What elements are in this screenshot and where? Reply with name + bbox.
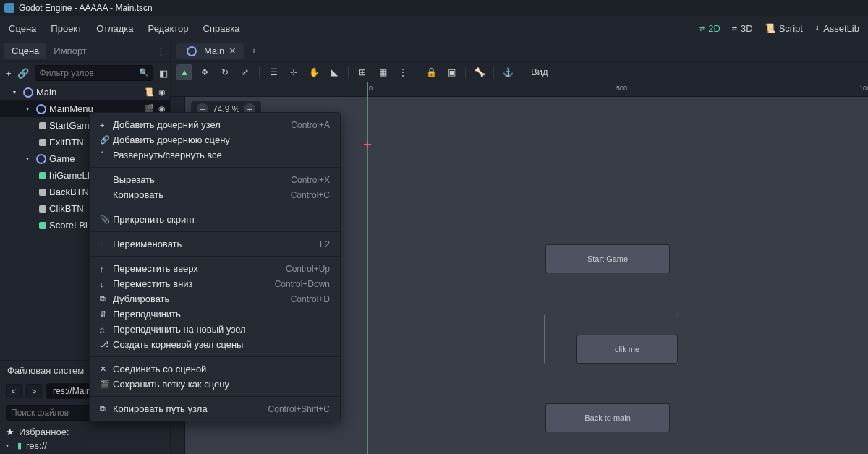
menu-help[interactable]: Справка [203, 23, 240, 34]
ctx-item[interactable]: ⎌Переподчинить на новый узел [90, 322, 340, 337]
mode-2d-button[interactable]: ⇄2D [699, 23, 720, 34]
fs-root[interactable]: ▾▮res:// [6, 439, 164, 453]
bone-icon[interactable]: 🦴 [472, 64, 488, 80]
link-icon[interactable]: 🔗 [17, 68, 29, 79]
node2d-icon [23, 87, 33, 98]
titlebar: Godot Engine - AAAAA - Main.tscn [0, 0, 868, 16]
folder-icon: ▮ [17, 441, 22, 450]
mode-script-button[interactable]: 📜Script [765, 23, 803, 34]
menu-project[interactable]: Проект [51, 23, 82, 34]
filter-nodes-input[interactable] [35, 65, 153, 81]
editor-tabs: Main ✕ + [171, 40, 868, 62]
ctx-item[interactable]: ⇵Переподчинить [90, 307, 340, 322]
label-icon [39, 222, 46, 229]
tool-icon[interactable]: ◧ [159, 68, 168, 79]
tab-scene[interactable]: Сцена [4, 43, 46, 59]
rotate-tool-icon[interactable]: ↻ [217, 64, 233, 80]
close-icon[interactable]: ✕ [229, 46, 237, 56]
fs-fwd-button[interactable]: > [26, 384, 42, 398]
canvas-clik-outer[interactable]: clik me [544, 314, 678, 364]
tree-row-main[interactable]: ▾ Main 📜◉ [0, 84, 170, 100]
mode-3d-button[interactable]: ⇄3D [732, 23, 753, 34]
more-icon[interactable]: ⋮ [395, 64, 411, 80]
node2d-icon [36, 104, 46, 114]
ctx-item[interactable]: 🔗Добавить дочернюю сцену [90, 132, 340, 147]
menu-scene[interactable]: Сцена [9, 23, 36, 34]
ctx-item[interactable]: ⧉Копировать путь узлаControl+Shift+C [90, 401, 340, 416]
canvas-startgame-button[interactable]: Start Game [545, 244, 670, 273]
button-icon [39, 139, 46, 146]
scale-tool-icon[interactable]: ⤢ [237, 64, 253, 80]
godot-logo-icon [4, 3, 14, 13]
label-icon [39, 172, 46, 179]
canvas-backtomain-button[interactable]: Back to main [545, 403, 670, 432]
window-title: Godot Engine - AAAAA - Main.tscn [19, 3, 153, 13]
select-tool-icon[interactable]: ▲ [176, 64, 192, 80]
ruler-tool-icon[interactable]: ⊹ [286, 64, 302, 80]
menubar: Сцена Проект Отладка Редактор Справка ⇄2… [0, 16, 868, 40]
button-icon [39, 189, 46, 196]
fs-favorites[interactable]: ★Избранное: [6, 425, 164, 439]
menu-editor[interactable]: Редактор [148, 23, 189, 34]
button-icon [39, 122, 46, 129]
menu-debug[interactable]: Отладка [96, 23, 133, 34]
ctx-item[interactable]: IПереименоватьF2 [90, 236, 340, 252]
search-icon: 🔍 [139, 68, 149, 77]
anchor-icon[interactable]: ⚓ [500, 64, 516, 80]
origin-gizmo[interactable] [364, 141, 371, 148]
ctx-item[interactable]: 🎬Сохранить ветку как сцену [90, 377, 340, 392]
ctx-item[interactable]: КопироватьControl+C [90, 187, 340, 202]
context-menu: +Добавить дочерний узелControl+A🔗Добавит… [89, 112, 341, 421]
mode-assetlib-button[interactable]: ⬇AssetLib [814, 23, 859, 34]
tab-main-scene[interactable]: Main ✕ [176, 43, 244, 59]
ctx-item[interactable]: ⧉ДублироватьControl+D [90, 291, 340, 307]
ctx-item[interactable]: +Добавить дочерний узелControl+A [90, 117, 340, 132]
ctx-item[interactable]: ✕Соединить со сценой [90, 361, 340, 377]
star-icon: ★ [6, 427, 14, 437]
fs-back-button[interactable]: < [6, 384, 22, 398]
viewport-toolbar: ▲ ✥ ↻ ⤢ ☰ ⊹ ✋ ◣ ⊞ ▦ ⋮ 🔒 ▣ 🦴 ⚓ Вид [171, 62, 868, 82]
tab-import[interactable]: Импорт [46, 43, 93, 59]
list-tool-icon[interactable]: ☰ [265, 64, 281, 80]
button-icon [39, 205, 46, 213]
ctx-item[interactable]: ВырезатьControl+X [90, 172, 340, 187]
ctx-item[interactable]: ↓Переместить внизControl+Down [90, 276, 340, 291]
ctx-item[interactable]: ⎇Создать корневой узел сцены [90, 337, 340, 352]
add-node-icon[interactable]: + [6, 68, 12, 79]
node2d-icon [36, 154, 46, 164]
group-icon[interactable]: ▣ [443, 64, 459, 80]
visibility-icon[interactable]: ◉ [158, 87, 166, 97]
tab-add-icon[interactable]: + [251, 46, 257, 56]
pan-tool-icon[interactable]: ✋ [306, 64, 322, 80]
grid-icon[interactable]: ▦ [375, 64, 391, 80]
canvas-clik-button[interactable]: clik me [576, 335, 678, 364]
ctx-item[interactable]: ˅Развернуть/свернуть все [90, 147, 340, 163]
snap-icon[interactable]: ⊞ [354, 64, 370, 80]
view-menu[interactable]: Вид [531, 67, 548, 77]
node2d-icon [187, 46, 197, 56]
pivot-tool-icon[interactable]: ◣ [326, 64, 342, 80]
lock-icon[interactable]: 🔒 [423, 64, 439, 80]
ctx-item[interactable]: 📎Прикрепить скрипт [90, 212, 340, 227]
move-tool-icon[interactable]: ✥ [197, 64, 213, 80]
tab-more-icon[interactable]: ⋮ [156, 46, 166, 56]
script-icon[interactable]: 📜 [144, 87, 154, 97]
ctx-item[interactable]: ↑Переместить вверхControl+Up [90, 261, 340, 276]
